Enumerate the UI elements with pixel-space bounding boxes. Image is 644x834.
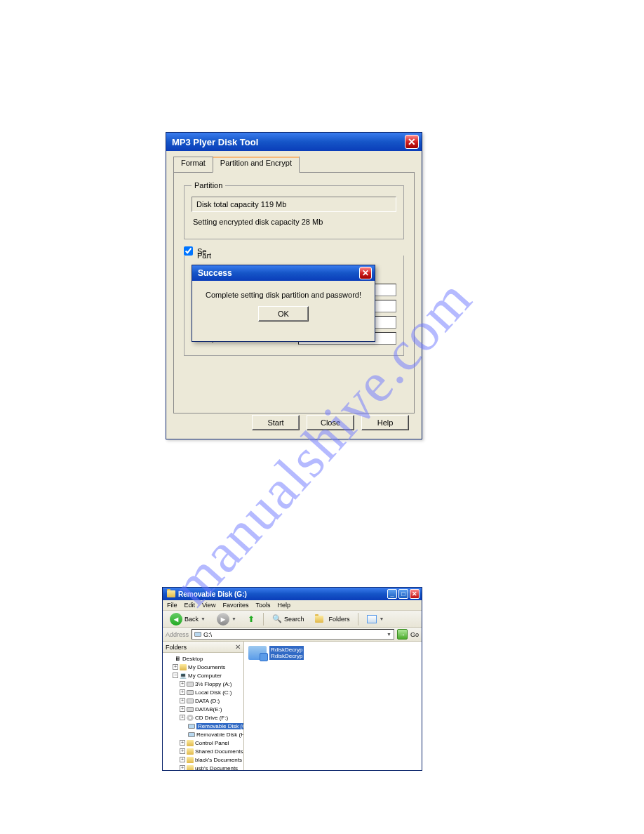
explorer-window: Removable Disk (G:) _ □ ✕ File Edit View…: [162, 587, 422, 771]
folder-icon: [180, 664, 187, 670]
chevron-down-icon[interactable]: ▼: [387, 632, 391, 637]
folder-icon: [187, 765, 194, 771]
floppy-icon: [187, 682, 194, 687]
password-legend: Part: [194, 251, 214, 260]
tree-remg[interactable]: Removable Disk (G:): [164, 722, 242, 730]
start-button[interactable]: Start: [252, 415, 300, 430]
encrypted-capacity: Setting encrypted disk capacity 28 Mb: [192, 215, 396, 229]
expand-icon[interactable]: +: [180, 765, 185, 770]
computer-icon: 💻: [180, 673, 187, 679]
up-button[interactable]: ⬆: [243, 612, 259, 626]
tree-localc[interactable]: +Local Disk (C:): [164, 688, 242, 696]
menu-file[interactable]: File: [167, 602, 177, 609]
drive-icon: [194, 632, 201, 637]
tree-cpanel[interactable]: +Control Panel: [164, 739, 242, 747]
toolbar: ◄ Back ▼ ► ▼ ⬆ 🔍 Search Folders ▼: [163, 611, 422, 628]
disk-tool-window: MP3 Plyer Disk Tool ✕ Format Partition a…: [166, 132, 422, 439]
search-button[interactable]: 🔍 Search: [268, 612, 309, 626]
menu-help[interactable]: Help: [277, 602, 290, 609]
file-label: RdiskDecryp RdiskDecryp: [269, 646, 304, 660]
disk-total-capacity: Disk total capacity 119 Mb: [192, 197, 396, 212]
address-field[interactable]: G:\ ▼: [192, 629, 394, 640]
success-dialog: Success ✕ Complete setting disk partitio…: [192, 265, 375, 342]
expand-icon[interactable]: +: [180, 698, 185, 703]
close-icon[interactable]: ✕: [405, 135, 419, 149]
folders-button[interactable]: Folders: [311, 614, 354, 625]
expand-icon[interactable]: +: [180, 757, 185, 762]
expand-icon[interactable]: +: [180, 715, 185, 720]
partition-legend: Partition: [192, 181, 225, 190]
removable-drive-icon: [188, 724, 195, 729]
success-titlebar[interactable]: Success ✕: [192, 265, 375, 281]
tab-format[interactable]: Format: [173, 157, 213, 172]
close-icon[interactable]: ✕: [235, 643, 241, 651]
tree-floppy[interactable]: +3½ Floppy (A:): [164, 680, 242, 688]
forward-button[interactable]: ► ▼: [213, 611, 241, 628]
search-label: Search: [284, 616, 304, 623]
folder-icon: [167, 590, 175, 597]
tree-blacks[interactable]: +black's Documents: [164, 755, 242, 764]
disk-tool-titlebar[interactable]: MP3 Plyer Disk Tool ✕: [166, 133, 422, 151]
tree-cdf[interactable]: +CD Drive (F:): [164, 713, 242, 722]
up-icon: ⬆: [248, 614, 255, 624]
go-button[interactable]: →: [397, 629, 408, 640]
expand-icon[interactable]: +: [173, 664, 178, 670]
menu-favorites[interactable]: Favorites: [222, 602, 248, 609]
menu-tools[interactable]: Tools: [255, 602, 270, 609]
content-pane[interactable]: RdiskDecryp RdiskDecryp: [244, 642, 422, 770]
views-button[interactable]: ▼: [363, 613, 388, 626]
tab-partition-encrypt[interactable]: Partition and Encrypt: [213, 157, 300, 173]
success-message: Complete setting disk partition and pass…: [192, 281, 375, 305]
tree-desktop[interactable]: 🖥Desktop: [164, 654, 242, 663]
disk-tool-title: MP3 Plyer Disk Tool: [172, 137, 258, 147]
close-icon[interactable]: ✕: [410, 589, 420, 599]
ok-button[interactable]: OK: [258, 306, 309, 322]
menu-bar: File Edit View Favorites Tools Help: [163, 600, 422, 611]
explorer-title: Removable Disk (G:): [178, 590, 247, 598]
folders-panel-header: Folders ✕: [163, 642, 243, 653]
folders-label: Folders: [328, 616, 349, 623]
tree-databe[interactable]: +DATAB(E:): [164, 705, 242, 713]
back-label: Back: [185, 616, 199, 623]
tree-datad[interactable]: +DATA (D:): [164, 696, 242, 705]
tree-mydocs[interactable]: +My Documents: [164, 663, 242, 671]
expand-icon[interactable]: +: [180, 748, 185, 754]
drive-icon: [187, 707, 194, 712]
partition-group: Partition Disk total capacity 119 Mb Set…: [184, 181, 404, 239]
close-button[interactable]: Close: [307, 415, 354, 430]
folder-icon: [187, 740, 194, 746]
forward-icon: ►: [217, 613, 229, 626]
help-button[interactable]: Help: [361, 415, 409, 430]
back-button[interactable]: ◄ Back ▼: [166, 611, 210, 628]
application-icon: [248, 646, 267, 660]
go-label: Go: [410, 631, 419, 638]
close-icon[interactable]: ✕: [359, 267, 372, 279]
folders-panel-title: Folders: [166, 644, 187, 651]
folder-icon: [187, 748, 194, 755]
folder-icon: [315, 616, 323, 623]
expand-icon[interactable]: +: [180, 706, 185, 712]
file-item[interactable]: RdiskDecryp RdiskDecryp: [248, 646, 304, 660]
chevron-down-icon: ▼: [232, 616, 236, 621]
tree-mycomp[interactable]: −💻My Computer: [164, 671, 242, 680]
folders-panel: Folders ✕ 🖥Desktop +My Documents −💻My Co…: [163, 642, 244, 770]
tree-shared[interactable]: +Shared Documents: [164, 747, 242, 755]
tree-usbs[interactable]: +usb's Documents: [164, 764, 242, 770]
collapse-icon[interactable]: −: [173, 673, 178, 678]
views-icon: [367, 615, 377, 623]
success-title: Success: [198, 268, 232, 278]
expand-icon[interactable]: +: [180, 681, 185, 687]
cd-icon: [187, 715, 194, 721]
drive-icon: [187, 690, 194, 695]
expand-icon[interactable]: +: [180, 689, 185, 695]
menu-view[interactable]: View: [202, 602, 215, 609]
explorer-titlebar[interactable]: Removable Disk (G:) _ □ ✕: [163, 588, 422, 600]
tree-remh[interactable]: Removable Disk (H:): [164, 730, 242, 739]
minimize-icon[interactable]: _: [387, 589, 397, 599]
removable-drive-icon: [188, 732, 195, 737]
expand-icon[interactable]: +: [180, 740, 185, 746]
menu-edit[interactable]: Edit: [185, 602, 196, 609]
maximize-icon[interactable]: □: [398, 589, 408, 599]
folder-tree[interactable]: 🖥Desktop +My Documents −💻My Computer +3½…: [163, 653, 243, 770]
search-icon: 🔍: [272, 614, 282, 623]
